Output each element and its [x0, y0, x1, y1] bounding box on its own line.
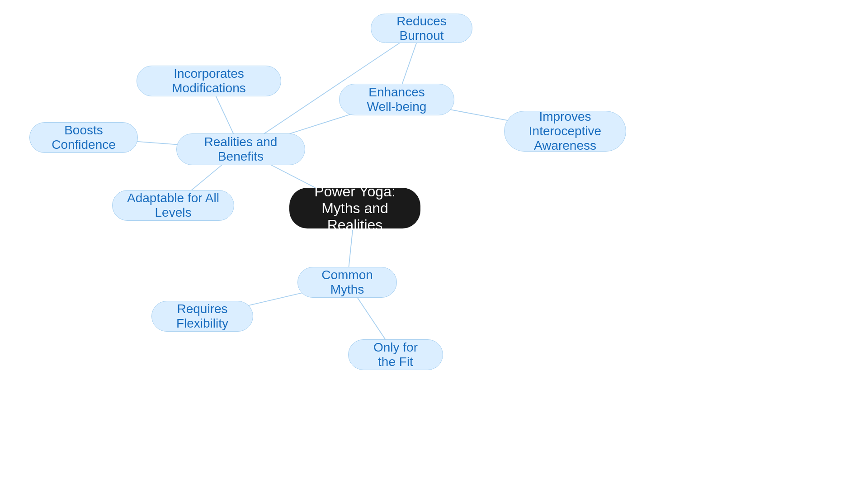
center-node: Power Yoga: Myths and Realities — [289, 188, 420, 228]
common-myths-label: Common Myths — [312, 268, 382, 297]
incorporates-modifications-label: Incorporates Modifications — [151, 67, 266, 95]
adaptable-all-levels-node: Adaptable for All Levels — [112, 190, 234, 221]
enhances-wellbeing-label: Enhances Well-being — [354, 85, 439, 114]
adaptable-all-levels-label: Adaptable for All Levels — [127, 191, 219, 220]
reduces-burnout-label: Reduces Burnout — [386, 14, 458, 43]
only-for-fit-label: Only for the Fit — [363, 340, 428, 369]
improves-interoceptive-node: Improves Interoceptive Awareness — [504, 111, 626, 152]
realities-benefits-label: Realities and Benefits — [191, 135, 290, 164]
realities-benefits-node: Realities and Benefits — [176, 133, 305, 165]
boosts-confidence-node: Boosts Confidence — [29, 122, 138, 153]
improves-interoceptive-label: Improves Interoceptive Awareness — [519, 109, 611, 153]
requires-flexibility-label: Requires Flexibility — [166, 302, 238, 331]
reduces-burnout-node: Reduces Burnout — [371, 14, 472, 43]
center-label: Power Yoga: Myths and Realities — [304, 183, 406, 233]
enhances-wellbeing-node: Enhances Well-being — [339, 84, 454, 115]
common-myths-node: Common Myths — [297, 267, 397, 298]
only-for-fit-node: Only for the Fit — [348, 339, 443, 370]
boosts-confidence-label: Boosts Confidence — [44, 123, 123, 152]
requires-flexibility-node: Requires Flexibility — [151, 301, 253, 332]
incorporates-modifications-node: Incorporates Modifications — [137, 66, 281, 96]
